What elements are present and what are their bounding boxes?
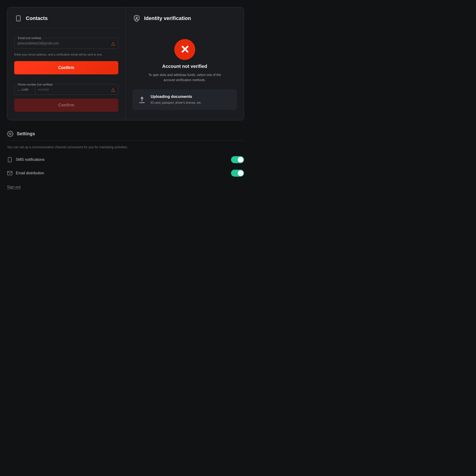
sms-notifications-row: SMS notifications <box>7 156 244 163</box>
email-input[interactable] <box>18 41 108 45</box>
confirm-email-button[interactable]: Confirm <box>14 61 118 74</box>
contacts-panel: Contacts Email (not verified) △ Enter yo… <box>7 7 125 120</box>
confirm-phone-button[interactable]: Confirm <box>14 99 118 112</box>
contacts-title: Contacts <box>26 15 48 21</box>
svg-point-2 <box>136 17 137 18</box>
settings-header: Settings <box>7 131 244 137</box>
not-verified-desc: To spin slots and withdraw funds, select… <box>145 72 224 83</box>
identity-header: Identity verification <box>133 14 237 23</box>
phone-code-text: code <box>21 88 28 91</box>
svg-point-3 <box>10 133 11 135</box>
settings-divider <box>7 140 244 141</box>
email-field-group: Email (not verified) △ <box>14 34 118 49</box>
settings-title: Settings <box>17 131 35 136</box>
sign-out-button[interactable]: Sign out <box>7 185 21 189</box>
email-distribution-row: Email distribution <box>7 170 244 177</box>
email-helper-text: Enter your email address, and a verifica… <box>14 52 118 57</box>
phone-field-group: Phone number (not verified) ⌄ code △ <box>14 80 118 95</box>
upload-docs-desc: ID card, passport, driver's license, etc… <box>151 101 202 105</box>
shield-person-icon <box>133 14 141 23</box>
email-label: Email (not verified) <box>17 36 42 40</box>
gear-check-icon <box>7 131 14 137</box>
contacts-header: Contacts <box>14 14 118 23</box>
upload-docs-card[interactable]: Uploading documents ID card, passport, d… <box>133 89 237 110</box>
top-card: Contacts Email (not verified) △ Enter yo… <box>7 7 244 120</box>
settings-section: Settings You can set up a communication … <box>0 125 251 196</box>
settings-desc: You can set up a communication channel c… <box>7 145 244 150</box>
email-dist-label-group: Email distribution <box>7 170 44 176</box>
smartphone-icon <box>14 14 23 23</box>
upload-docs-title: Uploading documents <box>151 94 202 99</box>
not-verified-title: Account not verified <box>162 64 207 69</box>
not-verified-icon: ✕ <box>174 39 195 60</box>
sms-label-group: SMS notifications <box>7 157 45 162</box>
identity-title: Identity verification <box>144 15 191 21</box>
email-dist-icon <box>7 170 13 176</box>
upload-icon <box>138 96 146 104</box>
sms-label: SMS notifications <box>16 158 45 162</box>
upload-docs-text: Uploading documents ID card, passport, d… <box>151 94 202 105</box>
contacts-divider <box>14 28 118 28</box>
sms-icon <box>7 157 13 162</box>
chevron-down-icon: ⌄ <box>17 88 20 91</box>
sms-toggle-slider <box>231 156 244 163</box>
phone-label: Phone number (not verified) <box>17 83 53 86</box>
email-dist-toggle-slider <box>231 170 244 177</box>
email-dist-toggle[interactable] <box>231 170 244 177</box>
email-warning-icon: △ <box>111 40 115 46</box>
phone-warning-icon: △ <box>111 87 115 92</box>
sms-toggle[interactable] <box>231 156 244 163</box>
identity-panel: Identity verification ✕ Account not veri… <box>125 7 244 120</box>
email-dist-label: Email distribution <box>16 171 44 175</box>
